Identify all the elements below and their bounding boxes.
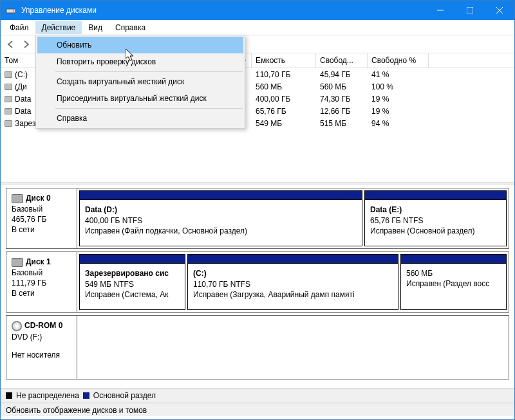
disk-label[interactable]: Диск 0 Базовый 465,76 ГБ В сети (6, 188, 77, 248)
legend-primary: Основной раздел (93, 391, 156, 400)
legend-swatch-unallocated (6, 392, 12, 399)
dropdown-help[interactable]: Справка (37, 110, 243, 127)
disk-row: Диск 0 Базовый 465,76 ГБ В сети Data (D:… (6, 188, 509, 249)
vol-free: 12,66 ГБ (316, 106, 368, 116)
dropdown-rescan[interactable]: Повторить проверку дисков (37, 53, 243, 70)
disk-label[interactable]: Диск 1 Базовый 111,79 ГБ В сети (6, 252, 77, 312)
col-free[interactable]: Свобод... (316, 53, 368, 68)
disk-state: В сети (12, 225, 71, 234)
vol-name: Data (15, 107, 31, 116)
volume-icon (5, 71, 12, 78)
partition-size: 549 МБ NTFS (85, 280, 180, 289)
disk-type: Базовый (12, 268, 71, 277)
cd-icon (12, 321, 22, 331)
disk-icon (12, 194, 23, 203)
partition-size: 560 МБ (406, 269, 501, 278)
partition-status: Исправен (Основной раздел) (370, 226, 501, 235)
legend-unallocated: Не распределена (16, 391, 79, 400)
forward-button[interactable] (20, 38, 33, 51)
vol-name: (C:) (15, 70, 28, 79)
volume-icon (5, 120, 12, 127)
disk-icon (12, 258, 23, 267)
vol-pct: 100 % (368, 82, 429, 92)
partition-title: Зарезервировано сис (85, 269, 180, 278)
partition-title: (C:) (193, 269, 393, 278)
vol-cap: 110,70 ГБ (252, 69, 316, 80)
partition-status: Исправен (Раздел восс (406, 279, 501, 288)
dropdown-attach-vhd[interactable]: Присоединить виртуальный жесткий диск (37, 90, 243, 107)
volume-icon (5, 96, 12, 102)
disk-state: Нет носителя (12, 351, 71, 360)
disk-state: В сети (12, 289, 71, 298)
window-title: Управление дисками (21, 6, 426, 15)
partition-title: Data (D:) (85, 205, 357, 214)
disk-row: CD-ROM 0 DVD (F:) Нет носителя (6, 315, 509, 379)
partition-status: Исправен (Файл подкачки, Основной раздел… (85, 226, 357, 235)
partition[interactable]: Data (E:) 65,76 ГБ NTFS Исправен (Основн… (364, 190, 507, 246)
vol-cap: 549 МБ (252, 118, 316, 129)
svg-point-1 (13, 10, 14, 12)
minimize-button[interactable] (426, 1, 455, 20)
vol-free: 74,30 ГБ (316, 94, 368, 104)
dropdown-refresh[interactable]: Обновить (37, 37, 243, 53)
partition-status: Исправен (Система, Ак (85, 290, 180, 299)
disk-size: 465,76 ГБ (12, 215, 71, 224)
menu-view[interactable]: Вид (82, 21, 109, 34)
vol-cap: 560 МБ (252, 82, 316, 92)
vol-name: (Ди (15, 82, 27, 91)
disk-type: DVD (F:) (12, 333, 71, 342)
partition-header (401, 255, 506, 264)
vol-pct: 41 % (368, 69, 429, 80)
vol-cap: 65,76 ГБ (252, 106, 316, 116)
vol-free: 515 МБ (316, 118, 368, 129)
partition-status: Исправен (Загрузка, Аварийный дамп памят… (193, 290, 393, 299)
partition-header (80, 255, 185, 264)
volume-icon (5, 108, 12, 114)
disk-name: Диск 1 (26, 257, 51, 266)
back-button[interactable] (5, 38, 17, 51)
partition-size: 400,00 ГБ NTFS (85, 216, 357, 225)
app-icon (6, 5, 16, 15)
partition[interactable]: Data (D:) 400,00 ГБ NTFS Исправен (Файл … (79, 190, 362, 246)
vol-cap: 400,00 ГБ (252, 94, 316, 104)
disk-name: CD-ROM 0 (24, 321, 62, 330)
disk-label[interactable]: CD-ROM 0 DVD (F:) Нет носителя (6, 316, 77, 379)
partition[interactable]: 560 МБ Исправен (Раздел восс (400, 254, 507, 310)
col-capacity[interactable]: Емкость (252, 53, 316, 68)
menu-file[interactable]: Файл (3, 21, 35, 34)
vol-pct: 19 % (368, 106, 429, 116)
col-freepct[interactable]: Свободно % (368, 53, 429, 68)
partition-header (80, 191, 362, 200)
dropdown-create-vhd[interactable]: Создать виртуальный жесткий диск (37, 73, 243, 90)
status-bar: Обновить отображение дисков и томов (1, 403, 514, 416)
vol-free: 560 МБ (316, 82, 368, 92)
disk-row: Диск 1 Базовый 111,79 ГБ В сети Зарезерв… (6, 251, 509, 313)
volume-icon (5, 84, 12, 90)
disk-size: 111,79 ГБ (12, 278, 71, 288)
menu-action[interactable]: Действие (35, 21, 82, 34)
close-button[interactable] (485, 1, 514, 20)
partition[interactable]: Зарезервировано сис 549 МБ NTFS Исправен… (79, 254, 185, 310)
partition-header (365, 191, 506, 200)
legend: Не распределена Основной раздел (1, 388, 514, 403)
vol-pct: 94 % (368, 118, 429, 129)
partition-header (188, 255, 398, 264)
vol-name: Data (15, 95, 31, 104)
partition-title: Data (E:) (370, 205, 501, 214)
partition-size: 65,76 ГБ NTFS (370, 216, 501, 225)
menu-help[interactable]: Справка (109, 21, 152, 34)
disk-name: Диск 0 (26, 194, 51, 203)
action-dropdown: Обновить Повторить проверку дисков Созда… (35, 35, 245, 129)
vol-free: 45,94 ГБ (316, 69, 368, 80)
partition-size: 110,70 ГБ NTFS (193, 280, 393, 289)
maximize-button[interactable] (455, 1, 485, 20)
legend-swatch-primary (83, 392, 89, 399)
svg-rect-3 (467, 7, 473, 14)
vol-pct: 19 % (368, 94, 429, 104)
partition[interactable]: (C:) 110,70 ГБ NTFS Исправен (Загрузка, … (187, 254, 398, 310)
disk-type: Базовый (12, 205, 71, 214)
